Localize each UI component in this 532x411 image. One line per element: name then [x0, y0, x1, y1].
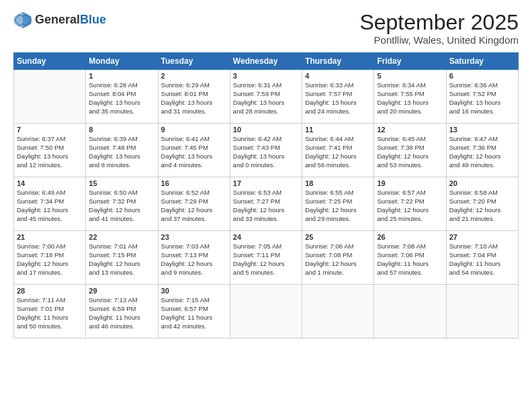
calendar-cell [374, 285, 446, 338]
info-line: Sunrise: 6:50 AM [89, 189, 137, 196]
info-line: and 25 minutes. [377, 215, 423, 222]
calendar-cell: 7Sunrise: 6:37 AMSunset: 7:50 PMDaylight… [14, 124, 86, 177]
info-line: Sunrise: 7:06 AM [305, 242, 353, 250]
day-info: Sunrise: 6:58 AMSunset: 7:20 PMDaylight:… [449, 189, 515, 223]
calendar-cell: 8Sunrise: 6:39 AMSunset: 7:48 PMDaylight… [86, 124, 158, 177]
calendar-header-row: SundayMondayTuesdayWednesdayThursdayFrid… [14, 53, 519, 70]
info-line: Sunset: 7:48 PM [89, 144, 136, 151]
info-line: Sunrise: 6:53 AM [233, 189, 281, 196]
day-info: Sunrise: 6:34 AMSunset: 7:55 PMDaylight:… [377, 81, 443, 116]
day-info: Sunrise: 6:39 AMSunset: 7:48 PMDaylight:… [89, 135, 154, 169]
day-number: 26 [377, 233, 443, 241]
calendar-cell: 22Sunrise: 7:01 AMSunset: 7:15 PMDayligh… [86, 231, 158, 285]
info-line: and 41 minutes. [89, 215, 134, 222]
info-line: Sunset: 6:59 PM [89, 305, 136, 312]
info-line: Sunrise: 6:28 AM [89, 81, 137, 89]
day-info: Sunrise: 6:57 AMSunset: 7:22 PMDaylight:… [377, 189, 443, 223]
calendar-cell: 16Sunrise: 6:52 AMSunset: 7:29 PMDayligh… [158, 177, 230, 231]
day-info: Sunrise: 6:45 AMSunset: 7:38 PMDaylight:… [377, 135, 443, 169]
calendar-cell: 2Sunrise: 6:29 AMSunset: 8:01 PMDaylight… [158, 70, 230, 124]
info-line: and 57 minutes. [377, 269, 423, 276]
day-number: 12 [377, 126, 443, 134]
day-number: 25 [305, 233, 371, 241]
info-line: Sunrise: 6:58 AM [449, 189, 498, 196]
day-info: Sunrise: 7:10 AMSunset: 7:04 PMDaylight:… [449, 242, 515, 277]
svg-marker-3 [14, 11, 23, 28]
week-row-2: 14Sunrise: 6:49 AMSunset: 7:34 PMDayligh… [14, 177, 519, 231]
day-number: 30 [161, 287, 227, 295]
info-line: Sunset: 7:52 PM [449, 90, 496, 97]
info-line: Sunrise: 6:34 AM [377, 81, 425, 89]
day-number: 21 [17, 233, 83, 241]
day-info: Sunrise: 7:13 AMSunset: 6:59 PMDaylight:… [89, 296, 154, 330]
info-line: Sunset: 7:29 PM [161, 197, 208, 205]
info-line: Daylight: 12 hours [17, 260, 69, 267]
info-line: and 42 minutes. [161, 322, 207, 330]
day-info: Sunrise: 6:41 AMSunset: 7:45 PMDaylight:… [161, 135, 227, 169]
calendar-cell: 24Sunrise: 7:05 AMSunset: 7:11 PMDayligh… [230, 231, 302, 285]
info-line: and 56 minutes. [305, 161, 351, 169]
info-line: Sunset: 7:59 PM [233, 90, 280, 97]
info-line: Sunrise: 6:33 AM [305, 81, 353, 89]
info-line: Sunrise: 6:36 AM [449, 81, 498, 89]
day-info: Sunrise: 6:52 AMSunset: 7:29 PMDaylight:… [161, 189, 227, 223]
day-number: 19 [377, 179, 443, 187]
calendar-cell: 12Sunrise: 6:45 AMSunset: 7:38 PMDayligh… [374, 124, 446, 177]
day-info: Sunrise: 6:47 AMSunset: 7:36 PMDaylight:… [449, 135, 515, 169]
day-info: Sunrise: 6:49 AMSunset: 7:34 PMDaylight:… [17, 189, 83, 223]
info-line: Sunrise: 7:05 AM [233, 242, 281, 250]
info-line: Daylight: 12 hours [89, 260, 140, 267]
info-line: and 17 minutes. [17, 269, 62, 276]
info-line: and 13 minutes. [89, 269, 134, 276]
info-line: Daylight: 11 hours [449, 260, 501, 267]
calendar-cell: 3Sunrise: 6:31 AMSunset: 7:59 PMDaylight… [230, 70, 302, 124]
info-line: and 31 minutes. [161, 107, 207, 115]
info-line: Sunset: 7:15 PM [89, 251, 136, 259]
info-line: and 49 minutes. [449, 161, 495, 169]
header-day-monday: Monday [86, 53, 158, 70]
info-line: Sunset: 7:50 PM [17, 144, 64, 151]
info-line: Sunrise: 6:52 AM [161, 189, 210, 196]
calendar-cell: 20Sunrise: 6:58 AMSunset: 7:20 PMDayligh… [446, 177, 518, 231]
day-number: 17 [233, 179, 299, 187]
day-number: 4 [305, 72, 371, 80]
week-row-3: 21Sunrise: 7:00 AMSunset: 7:18 PMDayligh… [14, 231, 519, 285]
info-line: Daylight: 12 hours [161, 260, 213, 267]
info-line: and 33 minutes. [233, 215, 279, 222]
info-line: Daylight: 12 hours [305, 152, 357, 160]
info-line: and 21 minutes. [449, 215, 495, 222]
calendar-cell: 30Sunrise: 7:15 AMSunset: 6:57 PMDayligh… [158, 285, 230, 338]
logo-blue: Blue [80, 13, 106, 26]
logo-general: General [35, 13, 80, 26]
day-info: Sunrise: 7:01 AMSunset: 7:15 PMDaylight:… [89, 242, 154, 277]
info-line: Sunrise: 6:57 AM [377, 189, 425, 196]
day-number: 23 [161, 233, 227, 241]
day-number: 2 [161, 72, 227, 80]
info-line: Sunset: 7:22 PM [377, 197, 424, 205]
day-info: Sunrise: 6:53 AMSunset: 7:27 PMDaylight:… [233, 189, 299, 223]
info-line: Sunset: 7:13 PM [161, 251, 208, 259]
calendar-cell: 11Sunrise: 6:44 AMSunset: 7:41 PMDayligh… [302, 124, 374, 177]
info-line: Sunset: 7:06 PM [377, 251, 424, 259]
header-day-friday: Friday [374, 53, 446, 70]
day-number: 6 [449, 72, 515, 80]
calendar-cell: 14Sunrise: 6:49 AMSunset: 7:34 PMDayligh… [14, 177, 86, 231]
info-line: Daylight: 12 hours [377, 152, 429, 160]
calendar-cell [302, 285, 374, 338]
day-info: Sunrise: 6:50 AMSunset: 7:32 PMDaylight:… [89, 189, 154, 223]
day-info: Sunrise: 6:44 AMSunset: 7:41 PMDaylight:… [305, 135, 371, 169]
info-line: Sunset: 7:18 PM [17, 251, 64, 259]
info-line: Sunset: 7:25 PM [305, 197, 352, 205]
calendar-cell [230, 285, 302, 338]
day-number: 10 [233, 126, 299, 134]
calendar-body: 1Sunrise: 6:28 AMSunset: 8:04 PMDaylight… [14, 70, 519, 338]
day-info: Sunrise: 7:08 AMSunset: 7:06 PMDaylight:… [377, 242, 443, 277]
info-line: Sunrise: 6:31 AM [233, 81, 281, 89]
info-line: and 37 minutes. [161, 215, 207, 222]
info-line: and 46 minutes. [89, 322, 134, 330]
day-number: 29 [89, 287, 154, 295]
calendar-cell: 5Sunrise: 6:34 AMSunset: 7:55 PMDaylight… [374, 70, 446, 124]
info-line: and 35 minutes. [89, 107, 134, 115]
day-info: Sunrise: 6:29 AMSunset: 8:01 PMDaylight:… [161, 81, 227, 116]
location: Pontlliw, Wales, United Kingdom [359, 34, 519, 46]
